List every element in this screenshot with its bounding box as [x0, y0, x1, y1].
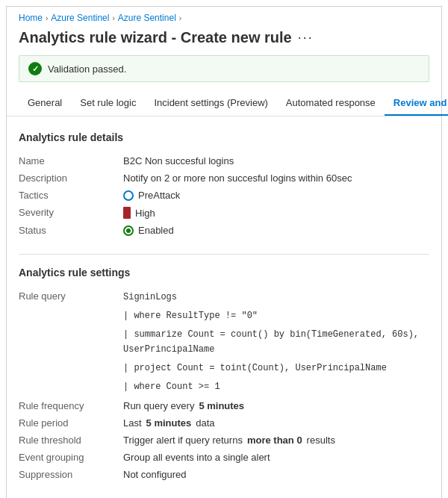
label-description: Description [19, 172, 123, 184]
period-suffix: data [196, 417, 214, 429]
label-rule-threshold: Rule threshold [19, 435, 123, 446]
value-status: Enabled [123, 225, 429, 236]
detail-row-rule-period: Rule period Last 5 minutes data [19, 414, 429, 432]
tabs-bar: General Set rule logic Incident settings… [7, 91, 441, 116]
period-prefix: Last [123, 417, 142, 429]
query-line-2: | where ResultType != "0" [123, 309, 258, 323]
period-bold: 5 minutes [146, 417, 192, 429]
value-rule-threshold: Trigger alert if query returns more than… [123, 435, 429, 446]
validation-banner: Validation passed. [19, 55, 429, 82]
tab-set-rule-logic[interactable]: Set rule logic [71, 91, 145, 116]
tactic-text: PreAttack [138, 190, 180, 201]
page-title: Analytics rule wizard - Create new rule [19, 29, 292, 46]
validation-success-icon [28, 62, 42, 75]
status-text: Enabled [138, 225, 174, 236]
threshold-bold: more than 0 [247, 435, 302, 446]
value-rule-query: SigninLogs | where ResultType != "0" | s… [123, 290, 429, 394]
breadcrumb-sentinel-2[interactable]: Azure Sentinel [118, 13, 176, 23]
value-suppression: Not configured [123, 469, 429, 480]
query-line-1: SigninLogs [123, 290, 177, 305]
more-options-icon[interactable]: ··· [298, 30, 314, 46]
value-severity: High [123, 207, 429, 219]
query-line-3: | summarize Count = count() by bin(TimeG… [123, 328, 429, 356]
main-content: Analytics rule details Name B2C Non succ… [7, 116, 441, 498]
section-divider [19, 254, 429, 255]
tactic-circle-icon [123, 190, 134, 201]
detail-row-tactics: Tactics PreAttack [19, 187, 429, 204]
detail-row-description: Description Notify on 2 or more non succ… [19, 169, 429, 187]
value-event-grouping: Group all events into a single alert [123, 452, 429, 463]
query-line-5: | where Count >= 1 [123, 380, 220, 394]
value-tactics: PreAttack [123, 190, 429, 201]
severity-text: High [135, 208, 155, 219]
tab-general[interactable]: General [19, 91, 71, 116]
value-description: Notify on 2 or more non succesful logins… [123, 172, 429, 184]
detail-row-name: Name B2C Non succesful logins [19, 152, 429, 169]
label-severity: Severity [19, 207, 123, 218]
label-rule-frequency: Rule frequency [19, 400, 123, 411]
status-enabled-icon [123, 225, 134, 236]
breadcrumb-sentinel-1[interactable]: Azure Sentinel [51, 13, 109, 23]
detail-row-rule-query: Rule query SigninLogs | where ResultType… [19, 287, 429, 397]
threshold-prefix: Trigger alert if query returns [123, 435, 243, 446]
frequency-bold: 5 minutes [199, 400, 244, 411]
threshold-suffix: results [307, 435, 335, 446]
breadcrumb: Home › Azure Sentinel › Azure Sentinel › [7, 7, 441, 26]
label-event-grouping: Event grouping [19, 452, 123, 463]
value-name: B2C Non succesful logins [123, 155, 429, 166]
detail-row-severity: Severity High [19, 204, 429, 222]
breadcrumb-sep-3: › [179, 14, 181, 22]
detail-row-rule-frequency: Rule frequency Run query every 5 minutes [19, 397, 429, 414]
validation-text: Validation passed. [48, 63, 126, 75]
page-header: Analytics rule wizard - Create new rule … [7, 26, 441, 55]
breadcrumb-sep-1: › [46, 14, 48, 22]
analytics-rule-details-title: Analytics rule details [19, 131, 429, 143]
frequency-prefix: Run query every [123, 400, 194, 411]
detail-row-status: Status Enabled [19, 222, 429, 239]
analytics-rule-settings-title: Analytics rule settings [19, 267, 429, 278]
analytics-rule-settings-table: Rule query SigninLogs | where ResultType… [19, 287, 429, 483]
label-tactics: Tactics [19, 190, 123, 201]
breadcrumb-sep-2: › [112, 14, 114, 22]
breadcrumb-home[interactable]: Home [19, 13, 43, 23]
label-name: Name [19, 155, 123, 166]
value-rule-period: Last 5 minutes data [123, 417, 429, 429]
tab-automated-response[interactable]: Automated response [277, 91, 385, 116]
analytics-rule-details-table: Name B2C Non succesful logins Descriptio… [19, 152, 429, 239]
label-rule-period: Rule period [19, 417, 123, 429]
detail-row-rule-threshold: Rule threshold Trigger alert if query re… [19, 432, 429, 449]
label-suppression: Suppression [19, 469, 123, 480]
severity-bar-icon [123, 207, 131, 219]
query-line-4: | project Count = toint(Count), UserPrin… [123, 361, 387, 376]
value-rule-frequency: Run query every 5 minutes [123, 400, 429, 411]
tab-incident-settings[interactable]: Incident settings (Preview) [145, 91, 276, 116]
detail-row-event-grouping: Event grouping Group all events into a s… [19, 449, 429, 466]
detail-row-suppression: Suppression Not configured [19, 466, 429, 483]
tab-review-and-create[interactable]: Review and create [385, 91, 448, 116]
label-rule-query: Rule query [19, 290, 123, 302]
label-status: Status [19, 225, 123, 236]
